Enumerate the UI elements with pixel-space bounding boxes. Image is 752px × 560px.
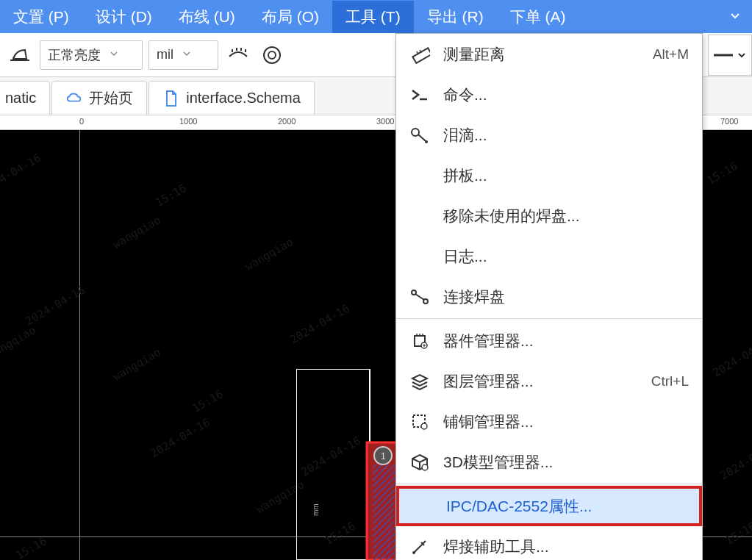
watermark: 15:16 bbox=[14, 534, 49, 560]
ruler-mark: 1000 bbox=[179, 117, 197, 126]
menu-entry-label: 焊接辅助工具... bbox=[443, 536, 689, 557]
watermark: 15:16 bbox=[190, 387, 226, 415]
blank-icon bbox=[409, 165, 430, 186]
watermark: wangqiao bbox=[110, 345, 163, 384]
menu-entry-label: 器件管理器... bbox=[443, 331, 689, 351]
connect-icon bbox=[409, 287, 430, 307]
svg-point-25 bbox=[412, 551, 415, 554]
svg-text:1: 1 bbox=[381, 451, 386, 462]
blank-icon bbox=[409, 246, 430, 267]
watermark: 2024-04-16 bbox=[288, 302, 352, 347]
ruler-mark: 3000 bbox=[376, 117, 394, 126]
menu-measure-distance[interactable]: 测量距离 Alt+M bbox=[396, 34, 702, 74]
tab-interface[interactable]: interface.Schema bbox=[148, 81, 315, 115]
menu-place[interactable]: 文置 (P) bbox=[0, 1, 82, 33]
cube-icon bbox=[409, 452, 430, 473]
ruler-icon bbox=[409, 44, 430, 65]
blank-icon bbox=[412, 496, 433, 517]
tab-startpage[interactable]: 开始页 bbox=[51, 81, 147, 115]
menu-panelize[interactable]: 拼板... bbox=[396, 155, 702, 195]
tab-label: natic bbox=[5, 90, 36, 107]
brightness-dropdown[interactable]: 正常亮度 bbox=[40, 40, 143, 70]
watermark: 2024-04-16 bbox=[299, 434, 363, 479]
line-style-dropdown[interactable] bbox=[708, 35, 752, 76]
svg-point-7 bbox=[374, 447, 392, 464]
menu-ipc-dac-properties[interactable]: IPC/DAC-2552属性... bbox=[396, 486, 702, 526]
menu-layer-manager[interactable]: 图层管理器... Ctrl+L bbox=[396, 361, 702, 401]
watermark: 2024-04-16 bbox=[0, 151, 43, 196]
menu-3d-model-manager[interactable]: 3D模型管理器... bbox=[396, 442, 702, 482]
iron-icon[interactable] bbox=[6, 41, 34, 69]
menu-entry-label: 测量距离 bbox=[443, 44, 640, 65]
menu-tools[interactable]: 工具 (T) bbox=[332, 1, 414, 33]
watermark: 15:16 bbox=[705, 159, 740, 187]
teardrop-icon bbox=[409, 125, 430, 146]
menu-overflow-icon[interactable] bbox=[718, 3, 752, 31]
watermark: 15:16 bbox=[723, 520, 752, 548]
watermark: wangqiao bbox=[254, 478, 307, 516]
menu-entry-label: 移除未使用的焊盘... bbox=[443, 206, 689, 226]
watermark: 2024-04-16 bbox=[711, 335, 752, 380]
svg-point-24 bbox=[422, 464, 428, 470]
ruler-mark: 0 bbox=[79, 117, 84, 126]
copper-icon bbox=[409, 412, 430, 432]
svg-point-1 bbox=[268, 51, 276, 59]
svg-point-23 bbox=[421, 423, 427, 429]
menu-bar: 文置 (P) 设计 (D) 布线 (U) 布局 (O) 工具 (T) 导出 (R… bbox=[0, 0, 752, 33]
watermark: 15:16 bbox=[154, 182, 189, 209]
watermark: 2024-04-16 bbox=[718, 438, 752, 483]
unit-label: mil bbox=[157, 47, 173, 62]
svg-rect-4 bbox=[367, 442, 399, 560]
svg-point-13 bbox=[412, 129, 419, 136]
pcb-preview: 1 mm bbox=[296, 369, 399, 560]
menu-teardrop[interactable]: 泪滴... bbox=[396, 115, 702, 155]
menu-shortcut: Alt+M bbox=[653, 46, 689, 62]
ruler-mark: 2000 bbox=[278, 117, 296, 126]
chevron-down-icon bbox=[110, 49, 118, 60]
menu-design[interactable]: 设计 (D) bbox=[82, 1, 165, 33]
watermark: wangqiao bbox=[0, 323, 38, 362]
menu-layout[interactable]: 布局 (O) bbox=[248, 1, 332, 33]
menu-copper-manager[interactable]: 铺铜管理器... bbox=[396, 401, 702, 442]
chip-icon bbox=[409, 331, 430, 351]
eye-icon[interactable] bbox=[224, 41, 252, 69]
cloud-icon bbox=[65, 90, 83, 107]
menu-remove-unused-pads[interactable]: 移除未使用的焊盘... bbox=[396, 195, 702, 236]
menu-log[interactable]: 日志... bbox=[396, 236, 702, 276]
menu-entry-label: IPC/DAC-2552属性... bbox=[446, 496, 686, 517]
watermark: 15:16 bbox=[323, 520, 358, 548]
chevron-down-icon bbox=[182, 49, 191, 60]
menu-entry-label: 3D模型管理器... bbox=[443, 452, 689, 473]
menu-entry-label: 铺铜管理器... bbox=[443, 412, 689, 432]
ruler-mark: 7000 bbox=[720, 117, 738, 126]
menu-order[interactable]: 下单 (A) bbox=[497, 1, 579, 33]
svg-rect-3 bbox=[296, 369, 370, 560]
layers-icon bbox=[409, 371, 430, 392]
menu-entry-label: 拼板... bbox=[443, 165, 689, 186]
tab-label: interface.Schema bbox=[186, 90, 301, 107]
watermark: 2024-04-16 bbox=[24, 284, 87, 329]
watermark: wangqiao bbox=[243, 235, 296, 273]
svg-text:mm: mm bbox=[312, 503, 320, 516]
menu-command[interactable]: 命令... bbox=[396, 74, 702, 115]
menu-connect-pads[interactable]: 连接焊盘 bbox=[396, 276, 702, 317]
menu-entry-label: 图层管理器... bbox=[443, 371, 638, 392]
tab-schematic[interactable]: natic bbox=[0, 81, 50, 115]
unit-dropdown[interactable]: mil bbox=[148, 40, 218, 70]
crosshair-vertical bbox=[79, 130, 80, 560]
target-icon[interactable] bbox=[258, 41, 286, 69]
menu-component-manager[interactable]: 器件管理器... bbox=[396, 320, 702, 361]
menu-soldering-assist[interactable]: 焊接辅助工具... bbox=[396, 526, 702, 560]
watermark: wangqiao bbox=[110, 213, 163, 251]
menu-separator bbox=[396, 318, 702, 319]
menu-export[interactable]: 导出 (R) bbox=[414, 1, 497, 33]
svg-point-0 bbox=[264, 47, 280, 63]
svg-rect-6 bbox=[373, 464, 395, 560]
tools-menu: 测量距离 Alt+M 命令... 泪滴... 拼板... 移除未使用的焊盘...… bbox=[395, 33, 703, 560]
brightness-label: 正常亮度 bbox=[48, 46, 101, 64]
menu-separator bbox=[396, 484, 702, 484]
menu-entry-label: 泪滴... bbox=[443, 125, 689, 146]
menu-route[interactable]: 布线 (U) bbox=[165, 1, 248, 33]
terminal-icon bbox=[409, 85, 430, 105]
menu-shortcut: Ctrl+L bbox=[651, 373, 689, 390]
